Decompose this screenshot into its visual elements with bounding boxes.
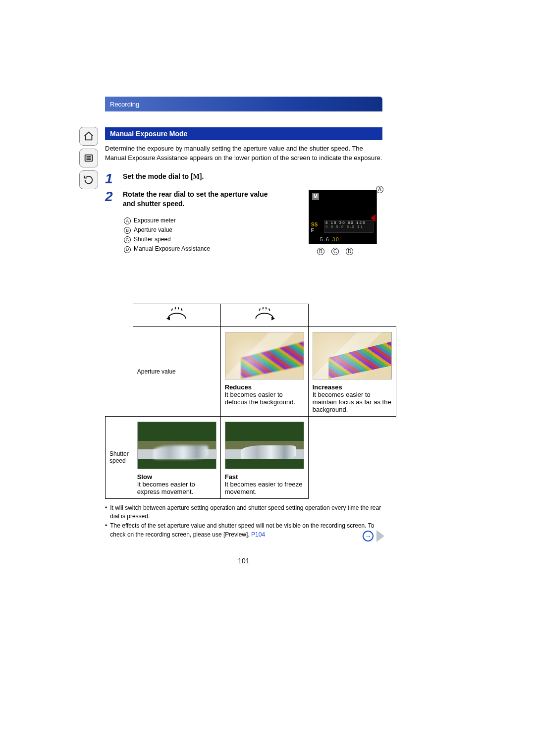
svg-line-6 [178, 307, 178, 309]
exposure-meter: 8 15 30 60 125 4.0 5.6 8.0 11 [324, 220, 374, 233]
step-1-text-post: ]. [200, 172, 204, 180]
cell-aperture-increases: Increases It becomes easier to maintain … [308, 326, 396, 416]
cell-desc: It becomes easier to defocus the backgro… [225, 391, 304, 406]
thumb-stream-fast [225, 422, 304, 469]
table-row [106, 304, 396, 326]
cell-title: Reduces [225, 383, 304, 391]
row-label-shutter: Shutter speed [106, 416, 133, 498]
callout-a: A [376, 186, 383, 193]
legend-marker-c: C [124, 236, 131, 243]
dial-ccw-cell [133, 304, 220, 326]
bullet-dot: • [105, 504, 107, 521]
content: Recording Manual Exposure Mode Determine… [105, 97, 382, 565]
lcd-shutter-value: 30 [332, 237, 340, 242]
cell-aperture-reduces: Reduces It becomes easier to defocus the… [220, 326, 308, 416]
legend-c: Shutter speed [134, 236, 171, 243]
legend-d: Manual Exposure Assistance [134, 245, 210, 252]
scale-bottom: 4.0 5.6 8.0 11 [325, 225, 372, 229]
lcd-f-label: F [311, 227, 318, 233]
breadcrumb-bar: Recording [105, 97, 382, 111]
step-number: 1 [105, 172, 116, 186]
callout-d: D [346, 248, 353, 255]
mode-letter: M [193, 173, 200, 180]
step-2-text: Rotate the rear dial to set the aperture… [123, 190, 271, 209]
legend: AExposure meter BAperture value CShutter… [124, 216, 271, 254]
callout-row: B C D [317, 248, 353, 255]
cell-title: Slow [137, 473, 216, 481]
cell-shutter-slow: Slow It becomes easier to express moveme… [133, 416, 220, 498]
cell-desc: It becomes easier to freeze movement. [225, 481, 304, 495]
legend-marker-a: A [124, 217, 131, 224]
intro-text: Determine the exposure by manually setti… [105, 144, 382, 163]
continue-indicator[interactable]: → [363, 530, 384, 542]
callout-b: B [317, 248, 324, 255]
page-number: 101 [105, 557, 382, 565]
lcd-footer: 5.6 30 [320, 237, 340, 242]
bullet-dot: • [105, 522, 107, 539]
svg-line-9 [259, 308, 260, 310]
legend-b: Aperture value [134, 226, 172, 233]
cell-title: Increases [313, 383, 392, 391]
page-ref-link[interactable]: P104 [251, 531, 265, 538]
svg-line-12 [269, 308, 270, 310]
row-label-aperture: Aperture value [133, 326, 220, 416]
svg-line-5 [175, 307, 175, 309]
dial-cw-icon [251, 307, 278, 324]
next-page-icon: → [363, 531, 374, 541]
table-row: Aperture value Reduces It becomes easier… [106, 326, 396, 416]
dial-cw-cell [220, 304, 308, 326]
note-1: It will switch between aperture setting … [110, 504, 382, 521]
page: Recording Manual Exposure Mode Determine… [79, 97, 466, 565]
section-title: Manual Exposure Mode [105, 127, 382, 140]
table-row: Shutter speed Slow It becomes easier to … [106, 416, 396, 498]
lcd-left-labels: SS F [311, 222, 318, 233]
thumb-stream-slow [137, 422, 216, 469]
legend-marker-d: D [124, 246, 131, 253]
note-2: The effects of the set aperture value an… [110, 522, 374, 538]
lcd-ss-label: SS [311, 222, 318, 227]
step-1: 1 Set the mode dial to [M]. [105, 172, 382, 186]
breadcrumb: Recording [110, 101, 139, 108]
cell-desc: It becomes easier to express movement. [137, 481, 216, 495]
svg-line-7 [181, 308, 182, 310]
lcd-aperture-value: 5.6 [320, 237, 330, 242]
step-1-text-pre: Set the mode dial to [ [123, 172, 193, 180]
steps: 1 Set the mode dial to [M]. 2 Rotate the… [105, 172, 382, 254]
cell-desc: It becomes easier to maintain focus as f… [313, 391, 392, 413]
notes: •It will switch between aperture setting… [105, 504, 382, 540]
svg-line-11 [266, 307, 266, 309]
chevron-right-icon [376, 530, 384, 542]
svg-line-10 [263, 307, 263, 309]
lcd-screen: M SS F 8 15 30 60 125 4.0 5.6 8.0 11 5.6… [309, 190, 377, 244]
lcd-mode-box: M [312, 193, 319, 200]
cell-title: Fast [225, 473, 304, 481]
legend-a: Exposure meter [134, 217, 176, 224]
thumb-pencils-shallow [225, 332, 304, 379]
svg-line-4 [171, 308, 172, 310]
callout-c: C [331, 248, 339, 255]
dial-ccw-icon [163, 307, 190, 324]
effects-table: Aperture value Reduces It becomes easier… [105, 304, 396, 499]
lcd-figure: A M SS F 8 15 30 60 125 4.0 5.6 8.0 11 [303, 190, 382, 244]
step-number: 2 [105, 190, 116, 254]
legend-marker-b: B [124, 227, 131, 234]
cell-shutter-fast: Fast It becomes easier to freeze movemen… [220, 416, 308, 498]
thumb-pencils-deep [313, 332, 392, 379]
